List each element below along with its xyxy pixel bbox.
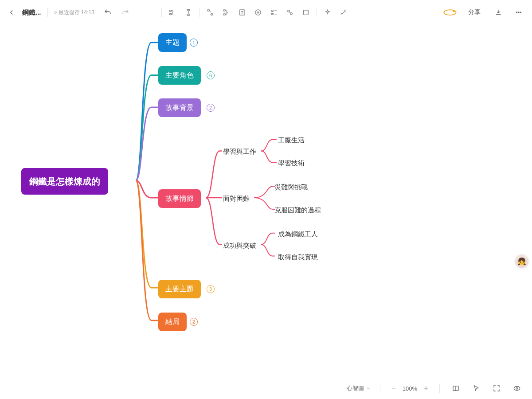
svg-rect-3 — [187, 14, 190, 16]
svg-rect-4 — [207, 10, 210, 11]
divider — [47, 8, 48, 17]
divider — [199, 8, 200, 17]
leaf-disaster[interactable]: 災難與挑戰 — [274, 183, 308, 192]
view-mode-select[interactable]: 心智圖 — [347, 384, 371, 392]
save-status: 最近儲存 14:13 — [54, 9, 94, 16]
document-title[interactable]: 鋼鐵... — [22, 8, 41, 17]
divider — [161, 8, 162, 17]
count-badge-themes[interactable]: 3 — [207, 285, 215, 293]
insert-button[interactable] — [251, 5, 265, 20]
app-logo-icon — [442, 7, 458, 18]
count-badge-topic[interactable]: 1 — [190, 39, 198, 47]
save-time-text: 最近儲存 14:13 — [59, 9, 94, 16]
divider — [380, 384, 380, 393]
svg-rect-11 — [271, 13, 274, 15]
mindmap-canvas[interactable]: 鋼鐵是怎樣煉成的 主題 1 主要角色 6 故事背景 2 故事情節 主要主題 3 … — [0, 25, 532, 378]
main-toolbar — [160, 5, 351, 20]
count-badge-ending[interactable]: 2 — [190, 318, 198, 326]
text-button[interactable] — [235, 5, 249, 20]
relationship-button[interactable] — [203, 5, 217, 20]
plot-sub-learn[interactable]: 學習與工作 — [223, 148, 256, 156]
branch-plot[interactable]: 故事情節 — [158, 189, 201, 208]
branch-topic[interactable]: 主題 — [158, 33, 187, 52]
svg-point-18 — [518, 12, 519, 13]
leaf-factory-life[interactable]: 工廠生活 — [278, 136, 305, 145]
magic-button[interactable] — [336, 5, 351, 20]
svg-point-16 — [453, 10, 455, 12]
connector-lines — [0, 25, 532, 378]
svg-rect-6 — [223, 10, 226, 11]
count-badge-chars[interactable]: 6 — [207, 71, 215, 79]
svg-rect-2 — [187, 9, 190, 11]
save-dot-icon — [54, 11, 57, 14]
ai-sparkle-button[interactable] — [321, 5, 335, 20]
leaf-overcome[interactable]: 克服困難的過程 — [274, 206, 321, 215]
subtopic-button[interactable] — [165, 5, 180, 20]
plot-sub-succeed[interactable]: 成功與突破 — [223, 242, 256, 250]
leaf-learn-skill[interactable]: 學習技術 — [278, 159, 305, 168]
undo-button[interactable] — [101, 5, 115, 20]
view-mode-label: 心智圖 — [347, 384, 364, 392]
leaf-self-realize[interactable]: 取得自我實現 — [278, 253, 318, 262]
zoom-out-button[interactable]: − — [389, 384, 398, 393]
boundary-button[interactable] — [299, 5, 313, 20]
top-bar-left: 鋼鐵... 最近儲存 14:13 — [4, 5, 133, 20]
branch-themes[interactable]: 主要主題 — [158, 280, 201, 298]
branch-ending[interactable]: 結局 — [158, 313, 187, 331]
leaf-become-worker[interactable]: 成為鋼鐵工人 — [278, 230, 318, 239]
branch-label: 主要主題 — [165, 285, 194, 294]
panel-toggle-button[interactable] — [449, 381, 463, 395]
branch-label: 故事情節 — [165, 194, 194, 203]
svg-rect-14 — [304, 11, 309, 14]
zoom-control: − 100% + — [389, 384, 430, 393]
redo-button[interactable] — [118, 5, 133, 20]
divider — [439, 384, 440, 393]
branch-label: 結局 — [165, 317, 180, 327]
link-button[interactable] — [283, 5, 297, 20]
user-avatar[interactable]: 👧 — [515, 254, 528, 268]
branch-label: 故事背景 — [165, 103, 194, 113]
bottom-bar: 心智圖 − 100% + — [0, 378, 532, 399]
zoom-in-button[interactable]: + — [422, 384, 430, 393]
svg-rect-0 — [169, 10, 172, 12]
svg-rect-7 — [223, 14, 226, 15]
preview-button[interactable] — [510, 381, 524, 395]
top-bar-right: 分享 — [442, 5, 526, 20]
root-label: 鋼鐵是怎樣煉成的 — [29, 176, 100, 188]
count-badge-bg[interactable]: 2 — [207, 104, 215, 112]
branch-label: 主要角色 — [165, 71, 194, 80]
more-menu-button[interactable] — [512, 5, 526, 20]
svg-rect-1 — [169, 13, 172, 15]
branch-characters[interactable]: 主要角色 — [158, 66, 201, 85]
sibling-button[interactable] — [181, 5, 196, 20]
back-button[interactable] — [4, 5, 19, 20]
fullscreen-button[interactable] — [489, 381, 504, 395]
top-bar: 鋼鐵... 最近儲存 14:13 分享 — [0, 0, 532, 25]
chevron-down-icon — [366, 386, 371, 391]
divider — [317, 8, 317, 17]
download-button[interactable] — [491, 5, 505, 20]
share-button[interactable]: 分享 — [464, 7, 485, 18]
root-node[interactable]: 鋼鐵是怎樣煉成的 — [21, 168, 108, 195]
svg-point-21 — [514, 387, 520, 391]
summary-button[interactable] — [219, 5, 233, 20]
svg-point-17 — [516, 12, 517, 13]
marker-button[interactable] — [267, 5, 281, 20]
plot-sub-face[interactable]: 面對困難 — [223, 195, 250, 203]
cursor-mode-button[interactable] — [469, 381, 483, 395]
branch-label: 主題 — [165, 38, 180, 47]
svg-point-19 — [520, 12, 521, 13]
zoom-value: 100% — [403, 385, 417, 392]
branch-background[interactable]: 故事背景 — [158, 98, 201, 117]
svg-rect-10 — [271, 10, 274, 12]
svg-point-22 — [516, 387, 518, 389]
